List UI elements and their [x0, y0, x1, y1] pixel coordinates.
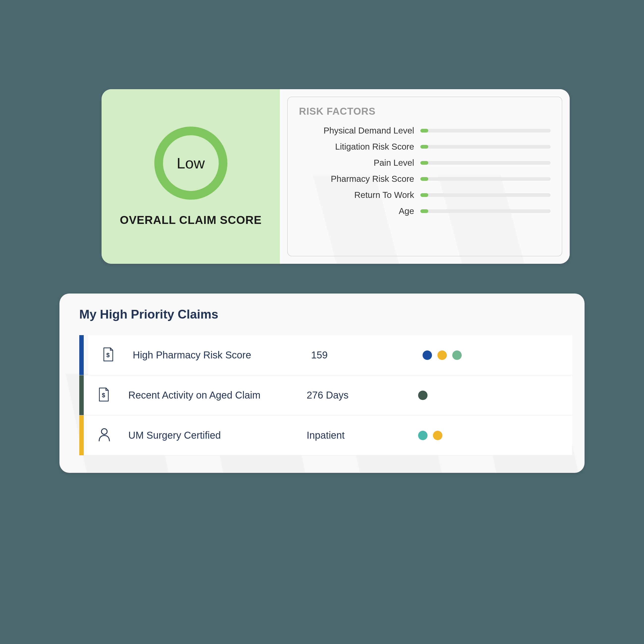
risk-factors-title: RISK FACTORS: [299, 106, 551, 117]
claim-value: Inpatient: [307, 430, 418, 441]
risk-factor-label: Pharmacy Risk Score: [299, 174, 420, 184]
claim-content: UM Surgery CertifiedInpatient: [84, 415, 572, 455]
risk-factor-bar: [420, 161, 551, 165]
claim-icon-wrap: $: [97, 387, 112, 403]
status-dot: [418, 391, 428, 400]
status-dot: [433, 431, 442, 440]
risk-factor-bar: [420, 193, 551, 197]
claim-content: $ Recent Activity on Aged Claim276 Days: [84, 375, 572, 415]
claim-score-card: Low OVERALL CLAIM SCORE RISK FACTORS Phy…: [102, 89, 570, 264]
claim-status-dots: [423, 350, 462, 360]
svg-text:$: $: [102, 392, 105, 398]
claim-row[interactable]: $ Recent Activity on Aged Claim276 Days: [79, 375, 572, 415]
document-dollar-icon: $: [97, 387, 110, 402]
risk-factor-row: Age: [299, 206, 551, 216]
risk-factor-bar: [420, 177, 551, 181]
status-dot: [418, 431, 428, 440]
risk-factor-label: Physical Demand Level: [299, 126, 420, 135]
risk-factor-bar: [420, 209, 551, 213]
risk-factors-list: Physical Demand LevelLitigation Risk Sco…: [299, 126, 551, 216]
status-dot: [423, 350, 432, 360]
risk-factor-fill: [420, 193, 428, 197]
claim-accent: [79, 335, 84, 375]
svg-text:$: $: [106, 351, 110, 358]
claim-status-dots: [418, 431, 442, 440]
risk-factor-label: Age: [299, 206, 420, 216]
risk-factor-fill: [420, 161, 428, 165]
risk-factor-row: Physical Demand Level: [299, 126, 551, 135]
status-dot: [452, 350, 462, 360]
overall-claim-label: OVERALL CLAIM SCORE: [120, 213, 262, 227]
risk-factor-fill: [420, 145, 428, 149]
claims-list: $ High Pharmacy Risk Score159 $ Recent A…: [79, 335, 572, 456]
claim-accent: [79, 415, 84, 455]
status-dot: [437, 350, 447, 360]
priority-claims-title: My High Priority Claims: [79, 307, 572, 322]
claim-content: $ High Pharmacy Risk Score159: [88, 335, 572, 375]
score-level-label: Low: [177, 154, 205, 172]
svg-point-2: [101, 429, 107, 434]
claim-icon-wrap: $: [102, 347, 117, 363]
claim-status-dots: [418, 391, 428, 400]
risk-factors-box: RISK FACTORS Physical Demand LevelLitiga…: [287, 97, 562, 256]
risk-factor-row: Pharmacy Risk Score: [299, 174, 551, 184]
claim-icon-wrap: [97, 428, 112, 443]
risk-factor-label: Pain Level: [299, 158, 420, 168]
document-dollar-icon: $: [102, 347, 114, 362]
claim-score-summary: Low OVERALL CLAIM SCORE: [102, 89, 280, 264]
claim-value: 159: [311, 349, 423, 361]
claim-accent: [79, 375, 84, 415]
risk-factors-panel: RISK FACTORS Physical Demand LevelLitiga…: [280, 89, 570, 264]
claim-row[interactable]: $ High Pharmacy Risk Score159: [79, 335, 572, 375]
risk-factor-row: Litigation Risk Score: [299, 142, 551, 152]
score-circle: Low: [154, 127, 227, 200]
risk-factor-label: Return To Work: [299, 190, 420, 200]
risk-factor-bar: [420, 145, 551, 149]
person-icon: [97, 428, 111, 442]
claim-name: UM Surgery Certified: [128, 430, 307, 441]
risk-factor-fill: [420, 209, 428, 213]
claim-value: 276 Days: [307, 390, 418, 401]
risk-factor-label: Litigation Risk Score: [299, 142, 420, 152]
risk-factor-fill: [420, 177, 428, 181]
risk-factor-row: Return To Work: [299, 190, 551, 200]
priority-claims-card: My High Priority Claims $ High Pharmacy …: [59, 294, 585, 473]
risk-factor-row: Pain Level: [299, 158, 551, 168]
claim-row[interactable]: UM Surgery CertifiedInpatient: [79, 415, 572, 456]
risk-factor-bar: [420, 129, 551, 133]
claim-name: High Pharmacy Risk Score: [133, 349, 311, 361]
claim-name: Recent Activity on Aged Claim: [128, 390, 307, 401]
risk-factor-fill: [420, 129, 428, 133]
